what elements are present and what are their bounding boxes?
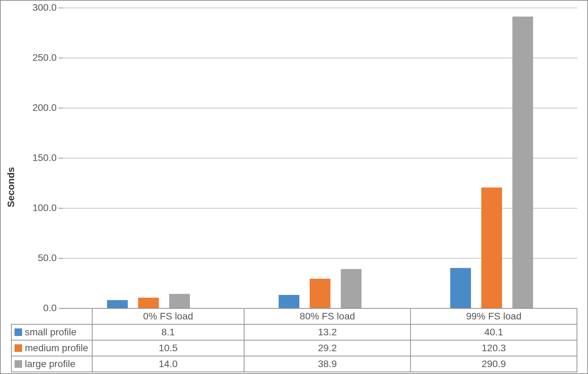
legend-item-small: small profile (11, 324, 92, 340)
table-cell: 40.1 (411, 324, 577, 340)
y-tick-label: 50.0 (38, 252, 57, 263)
table-cell: 290.9 (411, 356, 577, 372)
y-tick-label: 300.0 (32, 2, 57, 13)
chart-frame: Seconds 0.050.0100.0150.0200.0250.0300.0… (0, 0, 588, 374)
plot-area: 0.050.0100.0150.0200.0250.0300.0 (63, 8, 577, 309)
bar-large (169, 294, 190, 308)
bar-large (341, 269, 362, 308)
table-cell: 14.0 (92, 356, 244, 372)
table-corner (11, 308, 92, 324)
bar-small (450, 268, 471, 308)
data-table: 0% FS load 80% FS load 99% FS load small… (11, 308, 577, 372)
table-row: medium profile 10.5 29.2 120.3 (11, 340, 577, 356)
table-col-header: 99% FS load (411, 308, 577, 324)
y-tick-label: 100.0 (32, 202, 57, 213)
gridline (63, 158, 577, 159)
y-tick-mark (59, 108, 63, 108)
y-tick-label: 150.0 (32, 152, 57, 163)
legend-swatch-medium (15, 344, 22, 352)
gridline (63, 8, 577, 8)
y-tick-mark (59, 58, 63, 58)
legend-swatch-small (15, 328, 22, 336)
table-cell: 8.1 (92, 324, 244, 340)
gridline (63, 108, 577, 108)
bar-small (279, 295, 299, 308)
y-tick-mark (59, 258, 63, 259)
table-col-header: 80% FS load (244, 308, 411, 324)
y-axis-label: Seconds (6, 167, 17, 207)
legend-item-large: large profile (11, 356, 92, 372)
table-cell: 13.2 (244, 324, 411, 340)
bar-medium (138, 298, 159, 308)
gridline (63, 58, 577, 58)
table-cell: 29.2 (244, 340, 411, 356)
bar-small (107, 300, 128, 308)
table-cell: 10.5 (92, 340, 244, 356)
bar-medium (310, 279, 330, 308)
legend-swatch-large (15, 360, 22, 368)
y-tick-mark (59, 158, 63, 159)
y-tick-label: 250.0 (32, 52, 57, 63)
table-cell: 120.3 (411, 340, 577, 356)
bar-medium (481, 188, 502, 308)
bar-large (512, 17, 533, 308)
table-row: large profile 14.0 38.9 290.9 (11, 356, 577, 372)
table-cell: 38.9 (244, 356, 411, 372)
y-tick-mark (59, 208, 63, 209)
legend-item-medium: medium profile (11, 340, 92, 356)
y-tick-label: 200.0 (32, 102, 57, 113)
table-col-header: 0% FS load (92, 308, 244, 324)
y-tick-mark (59, 8, 63, 8)
table-row: small profile 8.1 13.2 40.1 (11, 324, 577, 340)
